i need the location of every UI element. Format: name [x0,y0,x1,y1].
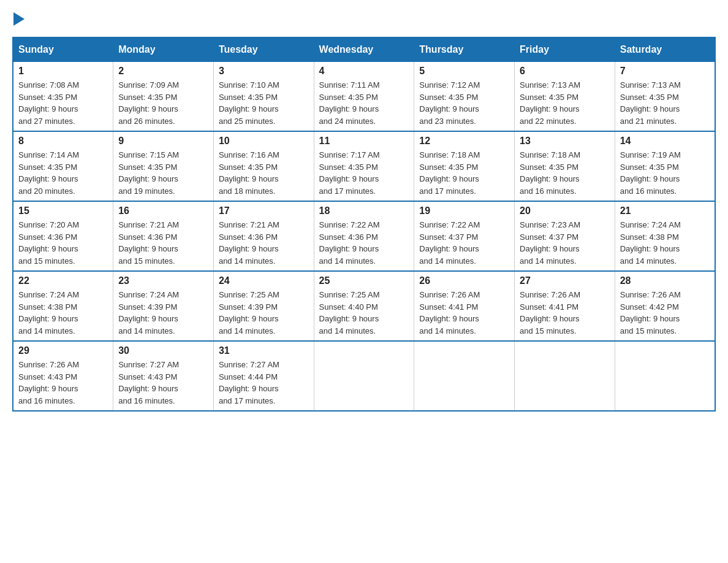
calendar-cell: 22 Sunrise: 7:24 AM Sunset: 4:38 PM Dayl… [13,271,113,341]
day-number: 30 [118,345,208,356]
calendar-cell: 20 Sunrise: 7:23 AM Sunset: 4:37 PM Dayl… [515,201,615,271]
calendar-cell: 10 Sunrise: 7:16 AM Sunset: 4:35 PM Dayl… [213,131,314,201]
calendar-cell: 18 Sunrise: 7:22 AM Sunset: 4:36 PM Dayl… [314,201,414,271]
day-info: Sunrise: 7:21 AM Sunset: 4:36 PM Dayligh… [118,220,179,266]
calendar-cell: 3 Sunrise: 7:10 AM Sunset: 4:35 PM Dayli… [213,62,314,132]
day-number: 10 [219,136,309,147]
calendar-day-header-wednesday: Wednesday [314,37,414,62]
day-info: Sunrise: 7:22 AM Sunset: 4:36 PM Dayligh… [319,220,380,266]
day-number: 25 [319,275,409,286]
day-number: 21 [620,205,710,216]
calendar-cell: 11 Sunrise: 7:17 AM Sunset: 4:35 PM Dayl… [314,131,414,201]
calendar-cell: 14 Sunrise: 7:19 AM Sunset: 4:35 PM Dayl… [615,131,715,201]
day-info: Sunrise: 7:18 AM Sunset: 4:35 PM Dayligh… [520,150,580,196]
day-number: 6 [520,66,610,77]
day-info: Sunrise: 7:16 AM Sunset: 4:35 PM Dayligh… [219,150,279,196]
day-number: 1 [18,66,108,77]
day-info: Sunrise: 7:24 AM Sunset: 4:38 PM Dayligh… [18,290,79,335]
calendar-cell: 31 Sunrise: 7:27 AM Sunset: 4:44 PM Dayl… [213,341,314,411]
logo-arrow-icon [13,12,25,26]
day-number: 27 [520,275,610,286]
calendar-cell: 16 Sunrise: 7:21 AM Sunset: 4:36 PM Dayl… [113,201,214,271]
calendar-cell [414,341,515,411]
calendar-cell: 28 Sunrise: 7:26 AM Sunset: 4:42 PM Dayl… [615,271,715,341]
calendar-day-header-tuesday: Tuesday [213,37,314,62]
page-header [12,12,716,25]
day-number: 28 [620,275,710,286]
day-info: Sunrise: 7:21 AM Sunset: 4:36 PM Dayligh… [219,220,279,266]
day-info: Sunrise: 7:26 AM Sunset: 4:42 PM Dayligh… [620,290,681,335]
calendar-day-header-friday: Friday [515,37,615,62]
day-number: 17 [219,205,309,216]
calendar-day-header-saturday: Saturday [615,37,715,62]
calendar-cell: 27 Sunrise: 7:26 AM Sunset: 4:41 PM Dayl… [515,271,615,341]
day-number: 16 [118,205,208,216]
day-number: 13 [520,136,610,147]
day-number: 26 [419,275,509,286]
day-info: Sunrise: 7:25 AM Sunset: 4:40 PM Dayligh… [319,290,380,335]
day-number: 12 [419,136,509,147]
day-info: Sunrise: 7:20 AM Sunset: 4:36 PM Dayligh… [18,220,79,266]
day-number: 9 [118,136,208,147]
calendar-week-row: 1 Sunrise: 7:08 AM Sunset: 4:35 PM Dayli… [13,62,715,132]
svg-marker-0 [13,12,25,26]
day-number: 2 [118,66,208,77]
day-info: Sunrise: 7:22 AM Sunset: 4:37 PM Dayligh… [419,220,480,266]
calendar-cell: 29 Sunrise: 7:26 AM Sunset: 4:43 PM Dayl… [13,341,113,411]
calendar-cell: 26 Sunrise: 7:26 AM Sunset: 4:41 PM Dayl… [414,271,515,341]
calendar-cell: 6 Sunrise: 7:13 AM Sunset: 4:35 PM Dayli… [515,62,615,132]
calendar-cell [515,341,615,411]
calendar-table: SundayMondayTuesdayWednesdayThursdayFrid… [12,37,716,412]
day-info: Sunrise: 7:17 AM Sunset: 4:35 PM Dayligh… [319,150,380,196]
calendar-week-row: 29 Sunrise: 7:26 AM Sunset: 4:43 PM Dayl… [13,341,715,411]
day-number: 11 [319,136,409,147]
day-number: 8 [18,136,108,147]
calendar-cell: 30 Sunrise: 7:27 AM Sunset: 4:43 PM Dayl… [113,341,214,411]
day-number: 22 [18,275,108,286]
day-info: Sunrise: 7:26 AM Sunset: 4:41 PM Dayligh… [520,290,580,335]
calendar-week-row: 15 Sunrise: 7:20 AM Sunset: 4:36 PM Dayl… [13,201,715,271]
day-info: Sunrise: 7:24 AM Sunset: 4:38 PM Dayligh… [620,220,681,266]
calendar-cell [615,341,715,411]
calendar-cell: 12 Sunrise: 7:18 AM Sunset: 4:35 PM Dayl… [414,131,515,201]
calendar-day-header-sunday: Sunday [13,37,113,62]
calendar-cell: 9 Sunrise: 7:15 AM Sunset: 4:35 PM Dayli… [113,131,214,201]
calendar-week-row: 8 Sunrise: 7:14 AM Sunset: 4:35 PM Dayli… [13,131,715,201]
day-number: 4 [319,66,409,77]
calendar-header-row: SundayMondayTuesdayWednesdayThursdayFrid… [13,37,715,62]
day-info: Sunrise: 7:23 AM Sunset: 4:37 PM Dayligh… [520,220,580,266]
day-info: Sunrise: 7:14 AM Sunset: 4:35 PM Dayligh… [18,150,79,196]
calendar-cell: 25 Sunrise: 7:25 AM Sunset: 4:40 PM Dayl… [314,271,414,341]
calendar-cell: 24 Sunrise: 7:25 AM Sunset: 4:39 PM Dayl… [213,271,314,341]
calendar-cell [314,341,414,411]
day-info: Sunrise: 7:13 AM Sunset: 4:35 PM Dayligh… [620,80,681,126]
calendar-cell: 13 Sunrise: 7:18 AM Sunset: 4:35 PM Dayl… [515,131,615,201]
day-info: Sunrise: 7:26 AM Sunset: 4:43 PM Dayligh… [18,360,79,405]
day-number: 18 [319,205,409,216]
calendar-cell: 15 Sunrise: 7:20 AM Sunset: 4:36 PM Dayl… [13,201,113,271]
calendar-week-row: 22 Sunrise: 7:24 AM Sunset: 4:38 PM Dayl… [13,271,715,341]
day-info: Sunrise: 7:19 AM Sunset: 4:35 PM Dayligh… [620,150,681,196]
day-number: 29 [18,345,108,356]
day-number: 7 [620,66,710,77]
day-info: Sunrise: 7:15 AM Sunset: 4:35 PM Dayligh… [118,150,179,196]
day-info: Sunrise: 7:12 AM Sunset: 4:35 PM Dayligh… [419,80,480,126]
day-number: 5 [419,66,509,77]
calendar-cell: 5 Sunrise: 7:12 AM Sunset: 4:35 PM Dayli… [414,62,515,132]
calendar-cell: 23 Sunrise: 7:24 AM Sunset: 4:39 PM Dayl… [113,271,214,341]
day-info: Sunrise: 7:24 AM Sunset: 4:39 PM Dayligh… [118,290,179,335]
calendar-cell: 7 Sunrise: 7:13 AM Sunset: 4:35 PM Dayli… [615,62,715,132]
calendar-cell: 19 Sunrise: 7:22 AM Sunset: 4:37 PM Dayl… [414,201,515,271]
day-info: Sunrise: 7:25 AM Sunset: 4:39 PM Dayligh… [219,290,279,335]
calendar-cell: 21 Sunrise: 7:24 AM Sunset: 4:38 PM Dayl… [615,201,715,271]
calendar-cell: 2 Sunrise: 7:09 AM Sunset: 4:35 PM Dayli… [113,62,214,132]
day-info: Sunrise: 7:27 AM Sunset: 4:43 PM Dayligh… [118,360,179,405]
day-number: 19 [419,205,509,216]
day-number: 23 [118,275,208,286]
day-info: Sunrise: 7:11 AM Sunset: 4:35 PM Dayligh… [319,80,380,126]
day-info: Sunrise: 7:08 AM Sunset: 4:35 PM Dayligh… [18,80,79,126]
day-info: Sunrise: 7:09 AM Sunset: 4:35 PM Dayligh… [118,80,179,126]
calendar-day-header-thursday: Thursday [414,37,515,62]
day-number: 3 [219,66,309,77]
logo [12,12,25,25]
